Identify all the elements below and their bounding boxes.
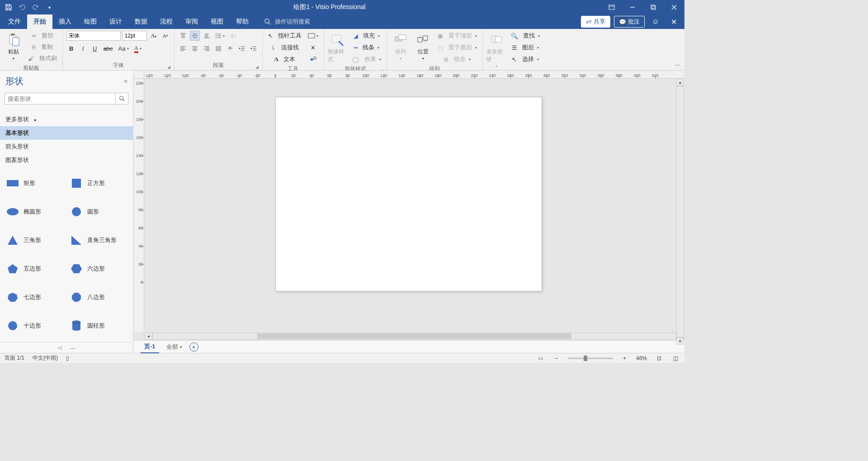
scroll-left-button[interactable]: ◂ [144,333,152,340]
copy-button[interactable]: ⎘ 复制 [26,42,59,52]
zoom-slider[interactable] [568,357,613,359]
shape-item-decagon[interactable]: 十边形 [4,314,66,337]
bullets-button[interactable] [213,31,226,41]
tab-home[interactable]: 开始 [27,14,52,29]
format-painter-button[interactable]: 🖌 格式刷 [26,53,59,63]
quick-styles-button[interactable]: 快速样式 [328,31,348,63]
font-size-select[interactable] [123,31,147,41]
align-left-button[interactable] [178,43,188,53]
comments-button[interactable]: 💬批注 [614,16,645,28]
shape-search-button[interactable] [116,93,128,105]
save-button[interactable] [3,1,14,13]
canvas-viewport[interactable] [144,79,684,332]
feedback-button[interactable]: ☺ [648,18,663,26]
align-top-button[interactable] [178,31,188,41]
page-tab-all[interactable]: 全部 ▾ [166,343,182,351]
change-case-button[interactable]: Aa [117,43,131,53]
effects-button[interactable]: ◯ 效果 [350,54,383,64]
shape-item-triangle[interactable]: 三角形 [4,228,66,252]
arrange-button[interactable]: 排列▾ [391,31,410,61]
zoom-in-button[interactable]: + [621,355,628,361]
category-basic-shapes[interactable]: 基本形状 [0,126,133,140]
tab-review[interactable]: 审阅 [179,14,204,29]
tab-process[interactable]: 流程 [154,14,179,29]
bring-front-button[interactable]: ▣ 置于顶层 [436,31,479,41]
shape-item-rect[interactable]: 矩形 [4,171,66,195]
text-tool-button[interactable]: A 文本 [266,54,304,64]
tab-insert[interactable]: 插入 [52,14,78,29]
panel-footer-btn2[interactable]: — [71,345,75,351]
paragraph-dialog-launcher[interactable]: ◢ [255,65,259,69]
increase-indent-button[interactable] [249,43,259,53]
find-button[interactable]: 🔍 查找 [509,31,542,41]
close-button[interactable] [664,0,684,14]
zoom-level[interactable]: 46% [636,355,647,361]
shape-item-octagon[interactable]: 八边形 [67,285,129,309]
add-page-button[interactable]: + [189,342,198,352]
tab-view[interactable]: 视图 [204,14,230,29]
close-pane-button[interactable]: ✕ [666,18,681,26]
justify-button[interactable] [213,43,223,53]
pointer-tool-button[interactable]: ↖ 指针工具 [266,31,304,41]
cut-button[interactable]: ✂ 剪切 [26,31,59,41]
shape-item-heptagon[interactable]: 七边形 [4,285,66,309]
fit-page-button[interactable]: ⊡ [655,355,663,361]
decrease-indent-button[interactable] [237,43,247,53]
qat-customize-button[interactable]: ▾ [43,1,55,13]
increase-font-button[interactable]: A▴ [149,31,159,41]
status-language[interactable]: 中文(中国) [33,354,58,362]
category-pattern-shapes[interactable]: 图案形状 [0,153,133,167]
decrease-font-button[interactable]: A▾ [160,31,170,41]
fit-width-button[interactable]: ◫ [671,355,680,361]
align-middle-button[interactable] [190,31,200,41]
tab-file[interactable]: 文件 [2,14,27,29]
text-direction-button[interactable]: A↓ [228,31,239,41]
category-arrow-shapes[interactable]: 箭头形状 [0,140,133,153]
scroll-down-button[interactable]: ▾ [676,337,684,345]
horizontal-ruler[interactable]: -140-120-100-80-60-40-200204060801001201… [144,71,684,79]
shape-item-ellipse[interactable]: 椭圆形 [4,200,66,224]
vertical-scrollbar[interactable]: ▴ ▾ [676,79,684,345]
align-center-button[interactable] [190,43,200,53]
presentation-mode-button[interactable]: ▭ [536,355,545,361]
align-bottom-button[interactable] [202,31,212,41]
delete-button[interactable]: ✕ [306,43,320,52]
layers-button[interactable]: ☰ 图层 [509,43,542,52]
tell-me-search[interactable]: 操作说明搜索 [264,18,310,26]
change-shape-button[interactable]: 更改形状▾ [486,31,506,68]
group-button[interactable]: ⊞ 组合 [436,54,479,64]
shape-item-hexagon[interactable]: 六边形 [67,257,129,280]
shapes-panel-collapse-button[interactable]: < [124,78,127,85]
horizontal-scrollbar[interactable]: ◂ ▸ [144,332,684,340]
font-dialog-launcher[interactable]: ◢ [167,65,170,69]
vertical-ruler[interactable]: 220200180160140120100806040200 [133,79,144,332]
strikethrough-button[interactable]: abc [102,43,115,53]
shape-item-cylinder[interactable]: 圆柱形 [67,314,129,337]
align-right-button[interactable] [202,43,212,53]
page-tab-1[interactable]: 页-1 [141,341,159,353]
zoom-out-button[interactable]: − [553,355,560,361]
vscroll-track[interactable] [676,86,684,337]
macro-record-button[interactable]: ▯ [66,355,69,361]
redo-button[interactable] [30,1,42,13]
line-button[interactable]: ━ 线条 [350,43,383,52]
shape-item-circle[interactable]: 圆形 [67,200,129,224]
italic-button[interactable]: I [78,43,88,53]
tab-help[interactable]: 帮助 [230,14,255,29]
font-name-select[interactable] [66,31,121,41]
tab-design[interactable]: 设计 [103,14,128,29]
ribbon-display-button[interactable] [601,0,622,14]
paste-button[interactable]: 粘贴▾ [4,31,24,61]
font-color-button[interactable]: A [132,43,143,53]
send-back-button[interactable]: ▢ 置于底层 [436,43,479,52]
connection-point-button[interactable] [306,54,320,64]
more-shapes-item[interactable]: 更多形状 [0,113,133,126]
maximize-button[interactable] [643,0,664,14]
position-button[interactable]: 位置▾ [413,31,433,61]
fill-button[interactable]: ◢ 填充 [350,31,383,41]
tab-draw[interactable]: 绘图 [78,14,103,29]
panel-footer-btn1[interactable]: ◁ [58,345,61,351]
hscroll-track[interactable] [152,333,676,340]
shape-item-rtriangle[interactable]: 直角三角形 [67,228,129,252]
zoom-slider-thumb[interactable] [584,356,587,361]
